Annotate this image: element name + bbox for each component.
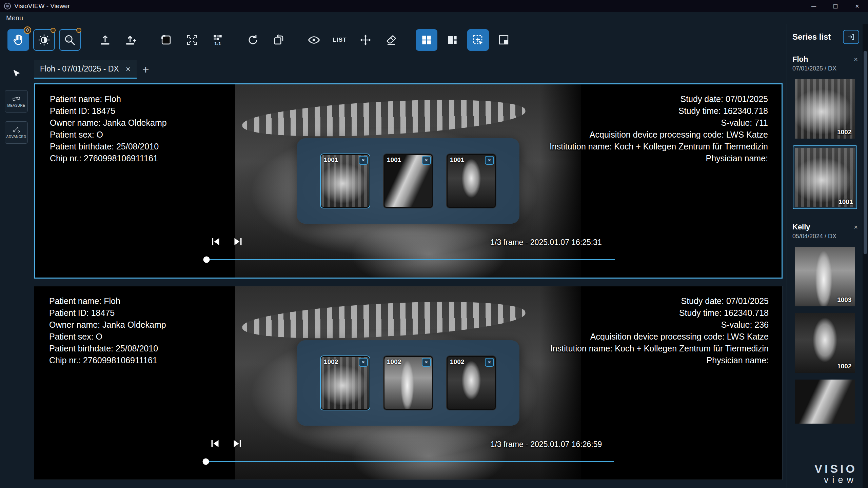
slider-handle[interactable] xyxy=(203,458,209,465)
add-image-button[interactable] xyxy=(120,29,142,51)
close-icon[interactable]: × xyxy=(422,358,431,367)
title-bar: VisioVIEW - Viewer ─ □ × xyxy=(0,0,868,12)
popup-thumbnail[interactable]: 1002 × xyxy=(446,355,496,410)
svg-text:1:1: 1:1 xyxy=(214,41,221,46)
layout-select-button[interactable] xyxy=(467,29,489,51)
series-group-name: Floh xyxy=(792,55,808,64)
previous-frame-button[interactable] xyxy=(209,438,221,450)
close-icon[interactable]: × xyxy=(422,156,431,165)
tab-label: Floh - 07/01/2025 - DX xyxy=(40,64,119,74)
layout-overlap-button[interactable] xyxy=(493,29,515,51)
actual-size-icon: 1:1 xyxy=(211,34,224,46)
add-tab-button[interactable]: + xyxy=(137,60,155,79)
scrollbar-thumb[interactable] xyxy=(864,51,867,254)
patient-line: Owner name: Janka Oldekamp xyxy=(50,117,167,129)
menu-bar: Menu xyxy=(0,12,868,24)
slider-handle[interactable] xyxy=(203,256,210,263)
study-line: Acquisition device processing code: LWS … xyxy=(550,129,768,141)
study-tab[interactable]: Floh - 07/01/2025 - DX × xyxy=(34,60,137,79)
patient-line: Patient birthdate: 25/08/2010 xyxy=(49,343,166,354)
collapse-panel-button[interactable] xyxy=(843,30,859,44)
study-line: Study time: 162340.718 xyxy=(550,307,769,319)
grid-overlap-icon xyxy=(497,34,510,46)
thumbnail-label: 1001 xyxy=(324,156,338,164)
layout-grid-button[interactable] xyxy=(416,29,437,51)
frame-controls xyxy=(210,236,244,248)
rotate-button[interactable] xyxy=(242,29,264,51)
popup-thumbnail[interactable]: 1002 × xyxy=(320,355,370,410)
popup-thumbnail[interactable]: 1001 × xyxy=(446,154,496,208)
frame-slider[interactable] xyxy=(204,259,615,260)
pointer-tool-button[interactable] xyxy=(9,66,24,81)
series-list-title: Series list xyxy=(792,32,831,42)
window-title: VisioVIEW - Viewer xyxy=(14,2,70,10)
eye-icon xyxy=(308,34,320,46)
close-tab-icon[interactable]: × xyxy=(126,65,131,73)
patient-line: Patient name: Floh xyxy=(49,295,166,307)
toggle-overlays-button[interactable] xyxy=(303,29,325,51)
popup-thumbnail[interactable]: 1002 × xyxy=(383,355,433,410)
series-group-subtitle: 07/01/2025 / DX xyxy=(787,64,863,72)
layout-mixed-button[interactable] xyxy=(441,29,463,51)
thumbnail-label: 1002 xyxy=(837,363,851,370)
close-icon[interactable]: × xyxy=(854,56,858,63)
series-list-header: Series list xyxy=(787,24,863,47)
study-line: S-value: 711 xyxy=(550,117,768,129)
close-icon[interactable]: × xyxy=(854,224,858,230)
next-frame-button[interactable] xyxy=(231,438,243,450)
visioview-logo: VISIO view xyxy=(814,462,857,485)
rotate-square-icon xyxy=(272,34,285,46)
list-view-button[interactable]: LIST xyxy=(329,29,351,51)
close-icon[interactable]: × xyxy=(485,358,494,367)
previous-frame-button[interactable] xyxy=(210,236,222,248)
series-picker-popup: 1001 × 1001 × 1001 × xyxy=(297,138,519,224)
rotate-frame-button[interactable] xyxy=(268,29,290,51)
rotate-icon xyxy=(246,34,259,46)
move-tool-button[interactable] xyxy=(355,29,376,51)
study-line: S-value: 236 xyxy=(550,319,769,331)
close-icon[interactable]: × xyxy=(359,358,368,367)
next-frame-button[interactable] xyxy=(232,236,244,248)
patient-info-overlay: Patient name: Floh Patient ID: 18475 Own… xyxy=(50,93,167,164)
main-toolbar: 0 1:1 xyxy=(0,24,787,56)
thumbnail-image xyxy=(795,148,855,207)
series-group: Floh × 07/01/2025 / DX 1002 1001 xyxy=(787,47,863,215)
zoom-tool-button[interactable] xyxy=(59,29,81,51)
fit-screen-icon xyxy=(185,34,198,46)
maximize-button[interactable]: □ xyxy=(825,0,846,12)
minimize-button[interactable]: ─ xyxy=(803,0,825,12)
patient-line: Chip nr.: 2760998106911161 xyxy=(50,152,167,164)
panel-scrollbar[interactable] xyxy=(863,24,868,488)
actual-size-button[interactable]: 1:1 xyxy=(207,29,229,51)
series-thumbnail-selected[interactable]: 1001 xyxy=(793,145,857,209)
menu-button[interactable]: Menu xyxy=(6,14,23,22)
viewport-2[interactable]: Patient name: Floh Patient ID: 18475 Own… xyxy=(34,286,783,480)
series-thumbnail[interactable]: 1002 xyxy=(795,79,855,139)
popup-thumbnail[interactable]: 1001 × xyxy=(383,154,433,208)
series-group: Kelly × 05/04/2024 / DX 1003 1002 xyxy=(787,215,863,424)
image-arrow-up-icon xyxy=(99,34,112,46)
send-image-button[interactable] xyxy=(94,29,116,51)
window-level-tool-button[interactable] xyxy=(33,29,55,51)
series-thumbnail[interactable] xyxy=(795,380,855,424)
eraser-icon xyxy=(385,34,398,46)
eraser-tool-button[interactable] xyxy=(380,29,402,51)
close-icon[interactable]: × xyxy=(359,156,368,165)
fit-to-screen-button[interactable] xyxy=(181,29,203,51)
tool-count-badge: 0 xyxy=(24,26,31,34)
series-picker-popup: 1002 × 1002 × 1002 × xyxy=(297,340,519,426)
app-logo-icon xyxy=(4,3,11,9)
measure-tools-panel[interactable]: MEASURE xyxy=(5,90,28,113)
series-thumbnail[interactable]: 1002 xyxy=(795,313,855,373)
close-window-button[interactable]: × xyxy=(846,0,868,12)
viewport-1[interactable]: Patient name: Floh Patient ID: 18475 Own… xyxy=(34,83,783,279)
tool-count-badge xyxy=(76,28,81,33)
magnifier-icon xyxy=(63,34,76,46)
popup-thumbnail[interactable]: 1001 × xyxy=(320,154,370,208)
invert-image-button[interactable] xyxy=(155,29,177,51)
advanced-tools-panel[interactable]: ADVANCED xyxy=(5,121,28,144)
pan-tool-button[interactable]: 0 xyxy=(7,29,29,51)
frame-slider[interactable] xyxy=(204,461,614,462)
close-icon[interactable]: × xyxy=(485,156,494,165)
series-thumbnail[interactable]: 1003 xyxy=(795,247,855,306)
